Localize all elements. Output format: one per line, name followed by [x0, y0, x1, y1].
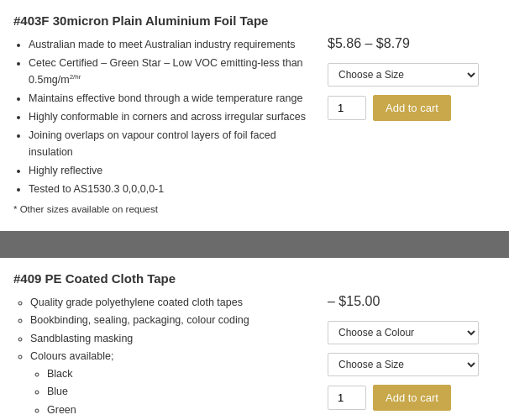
product-2-colours-list: Black Blue Green Red Silver White [30, 365, 314, 420]
list-item: Maintains effective bond through a wide … [29, 90, 314, 107]
product-2-layout: Quality grade polyethylene coated cloth … [13, 294, 496, 420]
list-item: Quality grade polyethylene coated cloth … [30, 294, 314, 312]
product-2-qty-cart-row: Add to cart [328, 385, 451, 411]
product-1-bullets: Australian made to meet Australian indus… [13, 36, 314, 197]
product-1-price: $5.86 – $8.79 [328, 36, 410, 51]
list-item: Highly reflective [29, 162, 314, 179]
product-2-bullets: Quality grade polyethylene coated cloth … [13, 294, 314, 420]
list-item: Colours available; Black Blue Green Red … [30, 348, 314, 420]
product-2-colour-select[interactable]: Choose a Colour Black Blue Green Red Sil… [328, 321, 479, 344]
product-1-size-select[interactable]: Choose a Size [328, 63, 479, 87]
product-1-qty-input[interactable] [328, 96, 366, 120]
product-1-note: * Other sizes available on request [13, 204, 314, 214]
list-item-black: Black [47, 365, 314, 383]
list-item: Joining overlaps on vapour control layer… [29, 127, 314, 160]
product-1-section: #403F 30micron Plain Aluminium Foil Tape… [0, 0, 509, 231]
product-2-size-select[interactable]: Choose a Size [328, 353, 479, 376]
product-1-right: $5.86 – $8.79 Choose a Size Add to cart [328, 36, 496, 214]
product-1-add-to-cart-button[interactable]: Add to cart [373, 95, 451, 121]
list-item-green: Green [47, 402, 314, 419]
product-2-left: Quality grade polyethylene coated cloth … [13, 294, 314, 420]
product-2-right: – $15.00 Choose a Colour Black Blue Gree… [328, 294, 496, 420]
list-item: Bookbinding, sealing, packaging, colour … [30, 312, 314, 329]
list-item: Sandblasting masking [30, 330, 314, 348]
product-1-layout: Australian made to meet Australian indus… [13, 36, 496, 214]
product-1-title: #403F 30micron Plain Aluminium Foil Tape [13, 13, 496, 28]
product-2-section: #409 PE Coated Cloth Tape Quality grade … [0, 258, 509, 420]
product-2-price: – $15.00 [328, 294, 380, 309]
product-2-qty-input[interactable] [328, 386, 366, 410]
product-2-add-to-cart-button[interactable]: Add to cart [373, 385, 451, 411]
product-1-qty-cart-row: Add to cart [328, 95, 451, 121]
product-2-title: #409 PE Coated Cloth Tape [13, 271, 496, 286]
product-1-left: Australian made to meet Australian indus… [13, 36, 314, 214]
list-item: Tested to AS1530.3 0,0,0,0-1 [29, 181, 314, 197]
list-item: Highly conformable in corners and across… [29, 108, 314, 125]
list-item: Australian made to meet Australian indus… [29, 36, 314, 53]
divider-band [0, 231, 509, 258]
list-item-blue: Blue [47, 383, 314, 401]
list-item: Cetec Certified – Green Star – Low VOC e… [29, 55, 314, 88]
